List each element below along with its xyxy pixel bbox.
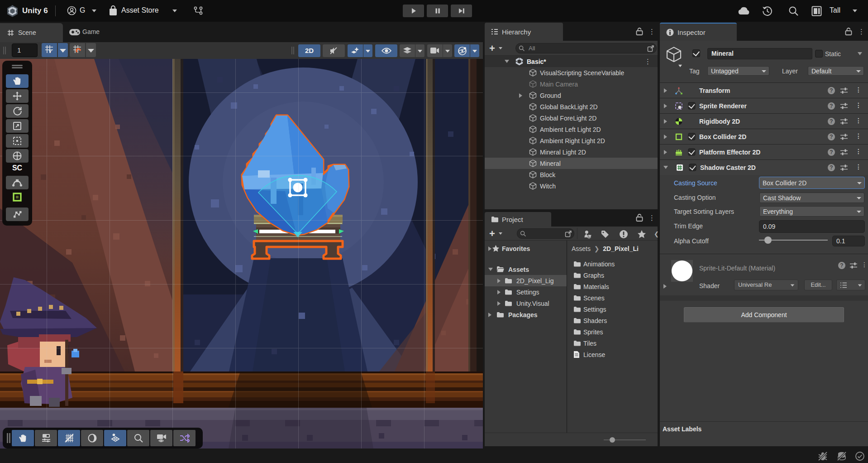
svg-text:?: ?: [830, 134, 833, 140]
svg-text:?: ?: [830, 118, 833, 125]
svg-text:?: ?: [830, 149, 833, 155]
svg-text:?: ?: [830, 164, 833, 171]
svg-text:?: ?: [840, 262, 843, 269]
svg-text:Y: Y: [49, 49, 52, 53]
svg-text:?: ?: [830, 87, 833, 94]
svg-text:?: ?: [830, 103, 833, 109]
